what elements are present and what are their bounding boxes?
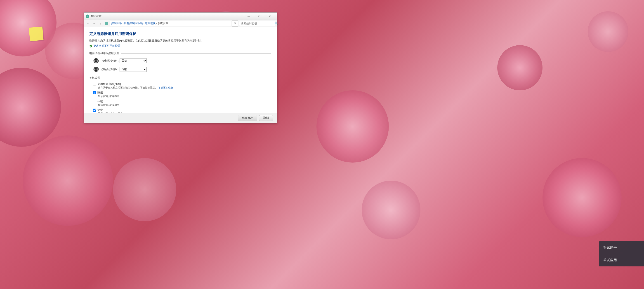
search-icon: 🔍 bbox=[275, 22, 278, 25]
sleep-checkbox-line: 睡眠 bbox=[93, 91, 271, 95]
change-link-text[interactable]: 更改当前不可用的设置 bbox=[93, 44, 120, 48]
lock-checkbox[interactable] bbox=[93, 109, 96, 112]
svg-rect-3 bbox=[105, 23, 106, 23]
section-divider bbox=[121, 53, 271, 53]
shutdown-section-header: 关机设置 bbox=[89, 76, 271, 80]
breadcrumb-current: 系统设置 bbox=[157, 21, 168, 25]
refresh-button[interactable]: ⟳ bbox=[232, 20, 238, 27]
shutdown-section: 关机设置 启用快速启动(推荐) 这有助于在关机之后更快地启动电脑。不会影响重启。… bbox=[89, 76, 271, 113]
assistant-manager-item[interactable]: 管家助手 bbox=[599, 241, 644, 254]
up-button[interactable]: ↑ bbox=[98, 21, 103, 26]
shield-icon bbox=[89, 44, 92, 48]
fast-startup-row: 启用快速启动(推荐) 这有助于在关机之后更快地启动电脑。不会影响重启。 了解更多… bbox=[89, 82, 271, 89]
sleep-button-row: 按睡眠按钮时: 关机 睡眠 休眠 不执行任何操作 bbox=[89, 66, 271, 72]
power-button-row: 按电源按钮时: 关机 睡眠 休眠 不执行任何操作 bbox=[89, 57, 271, 64]
sticky-note bbox=[29, 26, 44, 41]
hibernate-desc: 显示在"电源"菜单中。 bbox=[98, 103, 271, 107]
maximize-button[interactable]: □ bbox=[254, 13, 264, 20]
lock-checkbox-line: 锁定 bbox=[93, 108, 271, 112]
search-input[interactable] bbox=[241, 22, 275, 25]
sleep-label[interactable]: 睡眠 bbox=[98, 91, 103, 95]
breadcrumb: 控制面板 › 所有控制面板项 › 电源选项 › 系统设置 bbox=[110, 21, 231, 26]
window-title: 系统设置 bbox=[91, 14, 244, 18]
svg-point-6 bbox=[96, 60, 97, 61]
lock-row: 锁定 显示在用户头像菜单中。 bbox=[89, 108, 271, 113]
sleep-button-label: 按睡眠按钮时: bbox=[102, 67, 120, 71]
window-icon: ⚙ bbox=[86, 14, 89, 18]
search-box: 🔍 bbox=[239, 21, 275, 26]
breadcrumb-part1[interactable]: 控制面板 bbox=[111, 21, 122, 25]
cancel-button[interactable]: 取消 bbox=[259, 115, 273, 121]
close-button[interactable]: ✕ bbox=[264, 13, 275, 20]
refresh-icon: ⟳ bbox=[234, 22, 236, 25]
assistant-panel: 管家助手 希沃应用 bbox=[599, 241, 644, 267]
hibernate-checkbox[interactable] bbox=[93, 100, 96, 103]
hibernate-label[interactable]: 休眠 bbox=[98, 100, 103, 103]
sleep-desc: 显示在"电源"菜单中。 bbox=[98, 95, 271, 98]
sleep-row: 睡眠 显示在"电源"菜单中。 bbox=[89, 91, 271, 98]
power-section-header: 电源按钮和睡眠按钮设置 bbox=[89, 51, 271, 55]
fast-startup-label[interactable]: 启用快速启动(推荐) bbox=[98, 82, 121, 86]
breadcrumb-part3[interactable]: 电源选项 bbox=[145, 21, 156, 25]
fast-startup-desc: 这有助于在关机之后更快地启动电脑。不会影响重启。 了解更多信息 bbox=[98, 86, 271, 89]
breadcrumb-part2[interactable]: 所有控制面板项 bbox=[124, 21, 143, 25]
minimize-button[interactable]: — bbox=[244, 13, 254, 20]
forward-button[interactable]: → bbox=[92, 21, 97, 26]
hibernate-row: 休眠 显示在"电源"菜单中。 bbox=[89, 100, 271, 107]
power-button-select[interactable]: 关机 睡眠 休眠 不执行任何操作 bbox=[120, 58, 147, 63]
power-section-label: 电源按钮和睡眠按钮设置 bbox=[89, 51, 119, 55]
fast-startup-checkbox-line: 启用快速启动(推荐) bbox=[93, 82, 271, 86]
sleep-checkbox[interactable] bbox=[93, 91, 96, 94]
title-bar: ⚙ 系统设置 — □ ✕ bbox=[84, 13, 277, 20]
shutdown-section-divider bbox=[102, 78, 271, 78]
back-button[interactable]: ← bbox=[85, 21, 91, 26]
page-description: 选择要为您的计算机设置的电源设置。在此页上对设置所做的更改将应用于您所有的电源计… bbox=[89, 39, 271, 43]
window-footer: 保存修改 取消 bbox=[84, 113, 277, 123]
shutdown-section-label: 关机设置 bbox=[89, 76, 100, 80]
hibernate-checkbox-line: 休眠 bbox=[93, 100, 271, 103]
fast-startup-checkbox[interactable] bbox=[93, 83, 96, 86]
power-button-icon bbox=[93, 57, 99, 64]
svg-point-9 bbox=[96, 69, 97, 70]
address-bar: ← → ↑ 控制面板 › 所有控制面板项 › 电源选项 › 系统设置 ⟳ bbox=[84, 20, 277, 27]
page-title: 定义电源按钮并启用密码保护 bbox=[89, 32, 271, 36]
sleep-button-select[interactable]: 关机 睡眠 休眠 不执行任何操作 bbox=[120, 67, 147, 72]
path-sep-3: › bbox=[156, 22, 157, 25]
assistant-hishow-item[interactable]: 希沃应用 bbox=[599, 254, 644, 267]
svg-rect-2 bbox=[105, 22, 108, 25]
path-sep-2: › bbox=[143, 22, 144, 25]
power-button-label: 按电源按钮时: bbox=[102, 59, 120, 63]
desktop: ⚙ 系统设置 — □ ✕ ← → ↑ 控制面板 › bbox=[0, 0, 644, 289]
path-sep-1: › bbox=[122, 22, 124, 25]
fast-startup-more-link[interactable]: 了解更多信息 bbox=[158, 86, 173, 89]
svg-text:⚙: ⚙ bbox=[86, 15, 88, 18]
content-area: 定义电源按钮并启用密码保护 选择要为您的计算机设置的电源设置。在此页上对设置所做… bbox=[84, 27, 277, 113]
system-settings-window: ⚙ 系统设置 — □ ✕ ← → ↑ 控制面板 › bbox=[84, 12, 277, 123]
power-buttons-section: 电源按钮和睡眠按钮设置 按电源按钮时: bbox=[89, 51, 271, 72]
lock-label[interactable]: 锁定 bbox=[98, 108, 103, 112]
sleep-button-icon bbox=[93, 66, 99, 72]
window-controls: — □ ✕ bbox=[244, 13, 275, 20]
path-icon bbox=[104, 21, 109, 26]
change-settings-link[interactable]: 更改当前不可用的设置 bbox=[89, 44, 271, 48]
save-button[interactable]: 保存修改 bbox=[238, 115, 257, 121]
